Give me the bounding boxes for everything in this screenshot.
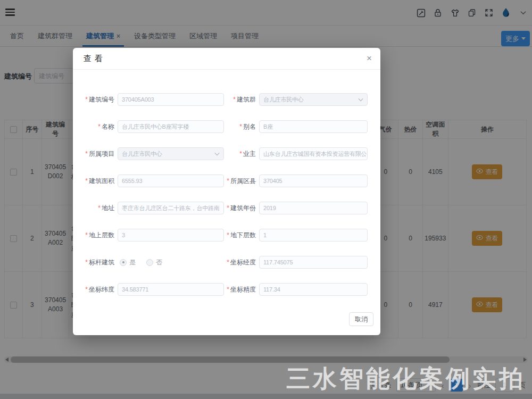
field-input[interactable]: 370405 [259,174,368,187]
field-input[interactable]: B座 [259,120,368,133]
field-input[interactable]: 枣庄市台儿庄区台二十路东，台中路南 [118,202,224,214]
required-asterisk: * [227,286,229,293]
field-value: 34.583771 [122,286,148,293]
required-asterisk: * [85,150,88,157]
field-value: 1 [263,232,267,238]
field-value: 117.34 [263,286,280,293]
required-asterisk: * [227,204,229,212]
required-asterisk: * [85,231,88,239]
field-label: *坐标经度 [225,258,256,267]
form-item: *地下层数1 [225,229,372,242]
field-value: 台儿庄市民中心 [263,96,304,104]
required-asterisk: * [85,259,88,266]
field-input[interactable]: 山东台儿庄古城国有资本投资运营有限公司 [259,147,368,160]
field-label: *建筑群 [225,95,256,104]
field-value: 3 [122,232,125,238]
form-item: *所属区县370405 [225,174,372,187]
field-label: *别名 [225,122,256,131]
field-input[interactable]: 3 [118,229,224,242]
required-asterisk: * [85,96,88,103]
required-asterisk: * [85,286,88,293]
field-label: *所属区县 [225,177,256,186]
form-item: *业主山东台儿庄古城国有资本投资运营有限公司 [225,147,372,160]
form-item: *名称台儿庄市民中心B座写字楼 [80,120,225,133]
required-asterisk: * [239,150,242,157]
required-asterisk: * [227,231,229,239]
field-value: 山东台儿庄古城国有资本投资运营有限公司 [263,150,368,158]
required-asterisk: * [98,204,101,212]
field-value: 6555.93 [122,178,142,184]
required-asterisk: * [233,96,236,103]
dialog-form: *建筑编号370405A003*建筑群台儿庄市民中心*名称台儿庄市民中心B座写字… [73,70,380,310]
field-input[interactable]: 370405A003 [118,93,224,106]
form-item: *坐标精度117.34 [225,283,372,296]
field-select[interactable]: 台儿庄市民中心 [259,93,368,106]
required-asterisk: * [227,259,229,266]
radio-unchecked-icon[interactable] [146,259,153,266]
field-input[interactable]: 117.745075 [259,256,368,269]
dialog-footer: 取消 [349,312,373,326]
view-dialog: 查看 × *建筑编号370405A003*建筑群台儿庄市民中心*名称台儿庄市民中… [73,48,380,335]
field-value: 117.745075 [263,259,293,265]
field-label: *标杆建筑 [80,258,114,267]
radio-option-label: 是 [129,258,136,267]
form-item: *建筑面积6555.93 [80,174,225,187]
field-value: 枣庄市台儿庄区台二十路东，台中路南 [122,204,220,212]
form-item: *建筑群台儿庄市民中心 [225,93,372,106]
form-item: *所属项目台儿庄市民中心 [80,147,225,160]
field-value: 370405A003 [122,96,154,103]
field-value: 台儿庄市民中心B座写字楼 [122,123,189,131]
field-input[interactable]: 1 [259,229,368,242]
field-value: 台儿庄市民中心 [122,150,162,158]
form-item: *地址枣庄市台儿庄区台二十路东，台中路南 [80,202,225,214]
field-value: B座 [263,123,273,131]
field-label: *坐标精度 [225,285,256,294]
field-label: *名称 [80,122,114,131]
radio-checked-icon[interactable] [120,259,127,266]
field-label: *业主 [225,149,256,159]
field-input[interactable]: 2019 [259,202,368,214]
dialog-title: 查看 [84,54,106,64]
required-asterisk: * [98,123,101,130]
field-label: *地下层数 [225,231,256,240]
field-label: *地上层数 [80,231,114,240]
radio-option[interactable]: 是 [120,258,136,267]
app-window: 首页建筑群管理建筑管理×设备类型管理区域管理项目管理 更多 建筑编号 序号 建筑… [0,0,532,399]
watermark-text: 三水智能化案例实拍 [286,363,526,395]
field-value: 370405 [263,178,282,184]
field-label: *地址 [80,204,114,213]
form-item: *地上层数3 [80,229,225,242]
dialog-header: 查看 [73,48,380,70]
field-select[interactable]: 台儿庄市民中心 [118,147,224,160]
field-input[interactable]: 台儿庄市民中心B座写字楼 [118,120,224,133]
field-label: *坐标纬度 [80,285,114,294]
field-input[interactable]: 6555.93 [118,174,224,187]
field-label: *所属项目 [80,149,114,159]
field-value: 2019 [263,205,276,211]
required-asterisk: * [85,177,88,185]
cancel-button[interactable]: 取消 [349,312,373,326]
form-item: *建筑年份2019 [225,202,372,214]
required-asterisk: * [227,177,229,185]
field-input[interactable]: 34.583771 [118,283,224,296]
field-label: *建筑年份 [225,204,256,213]
field-input[interactable]: 117.34 [259,283,368,296]
close-icon[interactable]: × [367,53,372,64]
form-item: *标杆建筑是否 [80,256,225,269]
radio-option-label: 否 [156,258,162,267]
form-item: *建筑编号370405A003 [80,93,225,106]
required-asterisk: * [239,123,242,130]
radio-option[interactable]: 否 [146,258,162,267]
field-label: *建筑面积 [80,177,114,186]
form-item: *坐标经度117.745075 [225,256,372,269]
field-label: *建筑编号 [80,95,114,104]
form-item: *别名B座 [225,120,372,133]
form-item: *坐标纬度34.583771 [80,283,225,296]
radio-group: 是否 [120,258,162,267]
